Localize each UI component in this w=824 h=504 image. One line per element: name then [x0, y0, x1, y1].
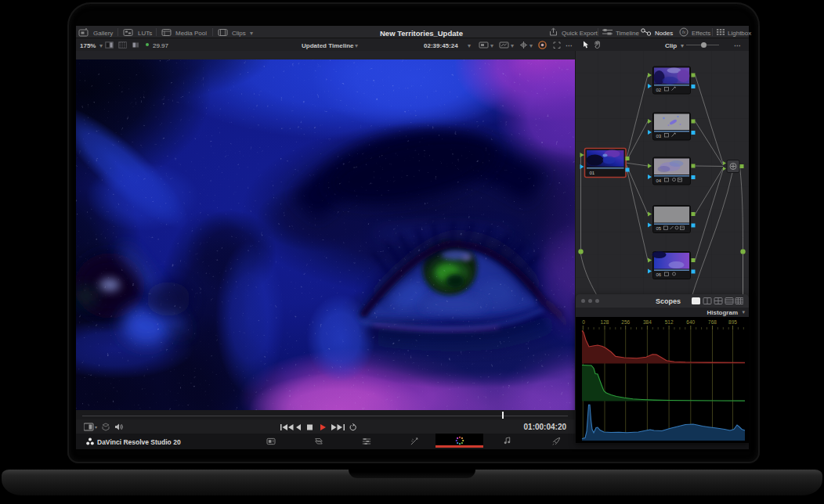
svg-text:▾: ▾ — [95, 425, 97, 430]
svg-text:256: 256 — [621, 319, 630, 325]
svg-text:512: 512 — [665, 319, 674, 325]
svg-text:01: 01 — [590, 171, 595, 175]
svg-text:384: 384 — [643, 319, 652, 325]
svg-text:768: 768 — [708, 319, 717, 325]
svg-text:05: 05 — [656, 226, 662, 231]
svg-text:fx: fx — [682, 30, 687, 34]
svg-text:06: 06 — [656, 272, 662, 277]
svg-text:128: 128 — [601, 319, 609, 325]
svg-text:640: 640 — [686, 319, 695, 325]
svg-text:04: 04 — [656, 178, 662, 183]
svg-text:895: 895 — [728, 319, 737, 325]
svg-text:0: 0 — [582, 319, 585, 325]
svg-text:02: 02 — [656, 88, 662, 92]
svg-text:03: 03 — [656, 134, 662, 139]
